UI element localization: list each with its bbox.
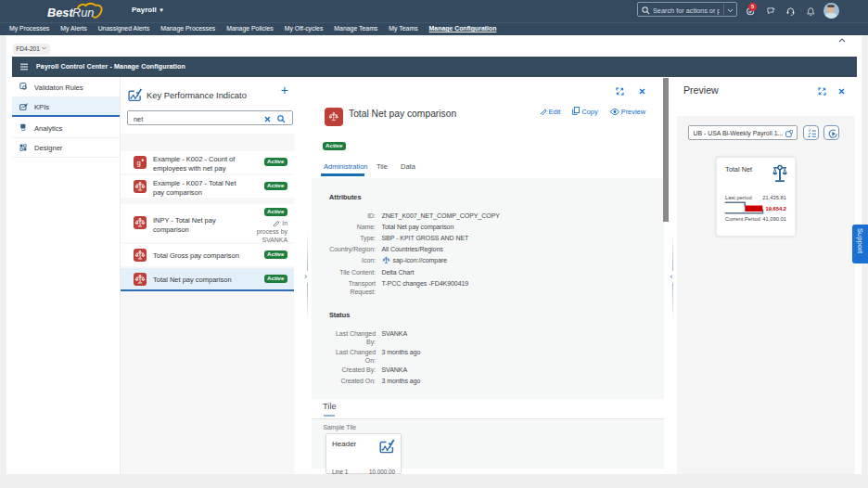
svg-text:Best: Best bbox=[47, 6, 73, 19]
svg-text:g: g bbox=[137, 159, 141, 167]
svg-text:Run: Run bbox=[72, 6, 94, 19]
